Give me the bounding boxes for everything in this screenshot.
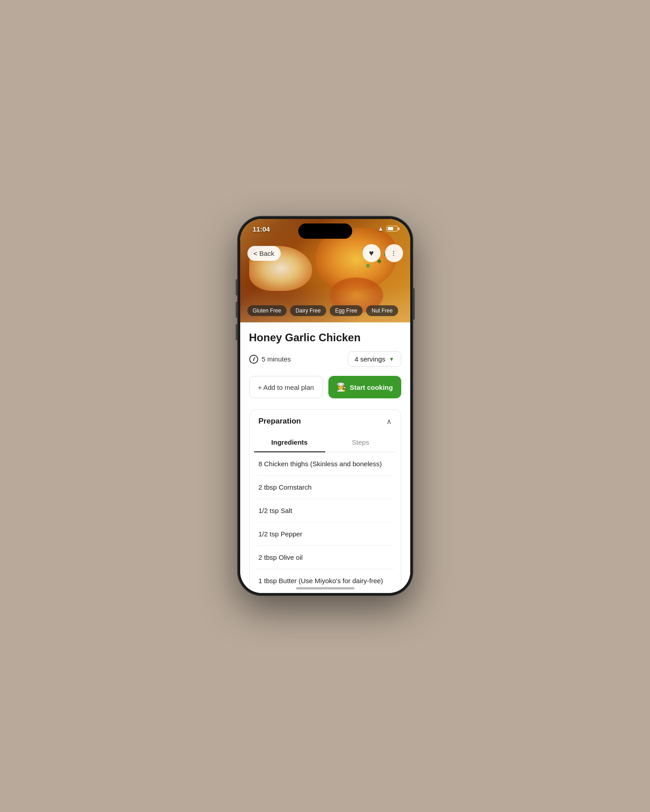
more-button[interactable]: ⋮	[385, 244, 403, 262]
preparation-section: Preparation ∧ Ingredients Steps 8 Chicke…	[249, 409, 401, 593]
ingredient-item: 1/2 tsp Pepper	[257, 522, 394, 546]
tab-ingredients[interactable]: Ingredients	[254, 433, 325, 452]
favorite-button[interactable]: ♥	[363, 244, 381, 262]
ingredient-item: 8 Chicken thighs (Skinless and boneless)	[257, 452, 394, 476]
tab-steps[interactable]: Steps	[325, 433, 396, 452]
hero-actions: ♥ ⋮	[363, 244, 403, 262]
recipe-title: Honey Garlic Chicken	[249, 331, 401, 344]
diet-tags: Gluten Free Dairy Free Egg Free Nut Free	[247, 305, 398, 316]
start-cooking-button[interactable]: 👨‍🍳 Start cooking	[328, 376, 401, 398]
status-icons: ▲	[378, 225, 398, 232]
status-time: 11:04	[253, 225, 270, 233]
recipe-meta: 5 minutes 4 servings ▼	[249, 351, 401, 367]
time-info: 5 minutes	[249, 355, 291, 364]
home-indicator	[296, 587, 354, 589]
battery-icon	[386, 226, 398, 232]
ingredients-list: 8 Chicken thighs (Skinless and boneless)…	[250, 452, 401, 593]
ingredient-item: 1/2 tsp Salt	[257, 499, 394, 522]
phone-frame: 11:04 ▲ < Back ♥	[238, 216, 413, 596]
recipe-time: 5 minutes	[262, 355, 291, 363]
rice-decoration	[240, 286, 410, 322]
ingredient-item: 2 tbsp Cornstarch	[257, 476, 394, 499]
diet-tag-dairy-free: Dairy Free	[290, 305, 326, 316]
ingredient-item: 2 tbsp Olive oil	[257, 546, 394, 569]
hero-nav: < Back ♥ ⋮	[247, 244, 403, 262]
ingredient-item: 4 clove Minced garlic	[257, 593, 394, 593]
servings-selector[interactable]: 4 servings ▼	[348, 351, 401, 367]
preparation-title: Preparation	[259, 417, 301, 426]
diet-tag-egg-free: Egg Free	[330, 305, 363, 316]
diet-tag-nut-free: Nut Free	[366, 305, 398, 316]
back-button[interactable]: < Back	[247, 246, 281, 261]
preparation-header[interactable]: Preparation ∧	[250, 410, 401, 433]
chevron-down-icon: ▼	[389, 356, 394, 362]
wifi-icon: ▲	[378, 225, 384, 232]
servings-label: 4 servings	[354, 355, 385, 363]
dynamic-island	[298, 223, 352, 239]
action-buttons: + Add to meal plan 👨‍🍳 Start cooking	[249, 376, 401, 398]
phone-screen: 11:04 ▲ < Back ♥	[240, 219, 410, 593]
content-area: Honey Garlic Chicken 5 minutes 4 serving…	[240, 322, 410, 593]
chevron-up-icon: ∧	[386, 417, 392, 426]
tabs-row: Ingredients Steps	[254, 433, 396, 452]
clock-icon	[249, 355, 258, 364]
start-cooking-label: Start cooking	[350, 384, 393, 391]
diet-tag-gluten-free: Gluten Free	[247, 305, 287, 316]
add-to-meal-plan-button[interactable]: + Add to meal plan	[249, 376, 323, 398]
chef-hat-icon: 👨‍🍳	[336, 382, 346, 392]
